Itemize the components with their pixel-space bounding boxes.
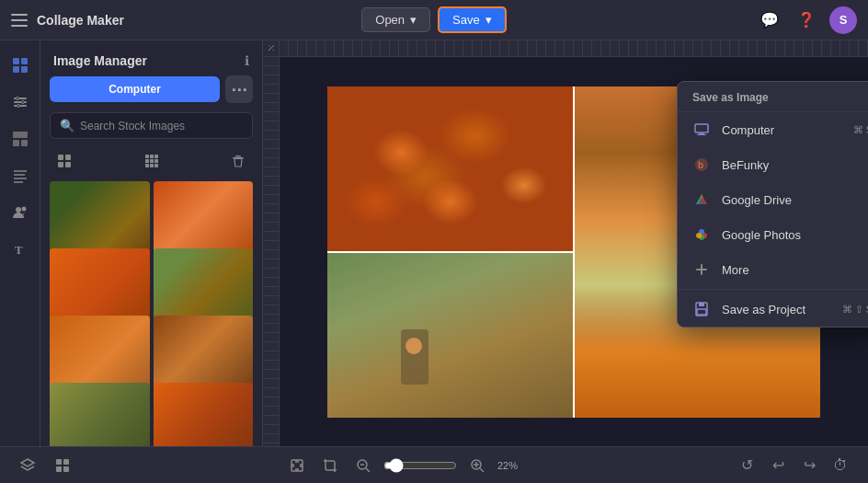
topbar-center: Open ▾ Save ▾ [361, 6, 506, 33]
info-icon[interactable]: ℹ [245, 53, 249, 68]
svg-rect-32 [154, 159, 158, 163]
bottom-right: ↺ ↩ ↪ ⏱ [734, 453, 853, 478]
svg-rect-29 [154, 155, 158, 158]
menu-icon[interactable] [11, 11, 29, 29]
svg-rect-62 [56, 466, 62, 472]
svg-text:b: b [698, 160, 703, 170]
refresh-icon[interactable]: ↺ [734, 453, 760, 478]
save-project-item[interactable]: Save as Project ⌘ ⇧ S [678, 292, 868, 327]
dropdown-header: Save as Image [678, 82, 868, 112]
more-tab[interactable]: ⋯ [225, 75, 253, 103]
svg-rect-25 [58, 162, 63, 167]
zoom-slider[interactable] [383, 458, 457, 473]
nav-type[interactable]: T [5, 234, 36, 265]
svg-line-67 [366, 468, 370, 472]
svg-rect-2 [13, 66, 19, 73]
save-project-icon [692, 300, 711, 318]
bottombar: 22% ↺ ↩ ↪ ⏱ [0, 446, 868, 483]
svg-rect-24 [65, 155, 71, 160]
svg-rect-31 [150, 159, 154, 163]
save-button[interactable]: Save ▾ [438, 6, 507, 33]
svg-line-58 [21, 466, 28, 470]
save-project-label: Save as Project [722, 303, 805, 316]
topbar-right: 💬 ❓ S [516, 6, 857, 34]
sidebar-header: Image Manager ℹ [40, 40, 262, 75]
bottom-center: 22% [284, 453, 525, 478]
search-bar: 🔍 [50, 112, 253, 139]
dropdown-divider [678, 289, 868, 290]
svg-rect-64 [291, 460, 303, 471]
topbar-left: Collage Maker [11, 11, 352, 29]
computer-icon [692, 121, 711, 139]
grid-icon[interactable] [50, 453, 75, 478]
svg-rect-61 [63, 459, 69, 465]
gphotos-icon [692, 225, 711, 244]
list-item[interactable] [154, 383, 254, 446]
svg-rect-13 [13, 132, 28, 138]
svg-rect-28 [150, 155, 154, 158]
ruler-horizontal-marks [280, 40, 868, 56]
zoom-in-icon[interactable] [464, 453, 490, 478]
svg-rect-60 [56, 459, 62, 465]
nav-text-icon[interactable] [5, 160, 36, 191]
nav-people[interactable] [5, 197, 36, 228]
grid-view-2-icon[interactable] [51, 148, 77, 174]
bottom-left [15, 453, 75, 478]
nav-layout[interactable] [5, 123, 36, 155]
help-icon-button[interactable]: ❓ [793, 6, 820, 34]
svg-text:T: T [15, 243, 23, 257]
search-icon: 🔍 [60, 119, 74, 132]
svg-rect-63 [63, 466, 69, 472]
avatar[interactable]: S [829, 6, 857, 34]
save-project-shortcut: ⌘ ⇧ S [842, 304, 868, 316]
svg-rect-27 [145, 155, 149, 158]
save-gdrive-item[interactable]: Google Drive [678, 182, 868, 217]
save-gphotos-item[interactable]: Google Photos [678, 217, 868, 252]
main-area: T Image Manager ℹ Computer ⋯ 🔍 [0, 40, 868, 446]
svg-rect-56 [697, 309, 706, 315]
svg-rect-35 [154, 164, 158, 167]
save-more-label: More [722, 263, 749, 277]
layers-icon[interactable] [15, 453, 40, 478]
canvas-image-1[interactable] [327, 86, 573, 251]
canvas-area: Save as Image Computer ⌘ S [263, 40, 868, 446]
computer-tab[interactable]: Computer [50, 76, 220, 102]
grid-view-4-icon[interactable] [139, 148, 165, 174]
search-input[interactable] [80, 120, 243, 132]
canvas-image-3[interactable] [327, 253, 573, 418]
sidebar-title: Image Manager [53, 53, 147, 68]
image-grid-controls [40, 148, 262, 181]
topbar: Collage Maker Open ▾ Save ▾ 💬 ❓ S [0, 0, 868, 40]
gdrive-icon [692, 190, 711, 209]
list-item[interactable] [50, 383, 150, 446]
zoom-percentage: 22% [497, 460, 525, 471]
svg-rect-37 [235, 155, 241, 157]
svg-point-21 [21, 207, 26, 212]
delete-icon[interactable] [225, 148, 251, 174]
zoom-out-icon[interactable] [350, 453, 376, 478]
nav-adjust[interactable] [5, 86, 36, 118]
save-dropdown-menu: Save as Image Computer ⌘ S [677, 81, 868, 328]
more-tab-label: ⋯ [231, 79, 247, 99]
fit-screen-icon[interactable] [284, 453, 310, 478]
save-computer-shortcut: ⌘ S [853, 124, 868, 136]
plus-icon [692, 260, 711, 279]
befunky-icon: b [692, 155, 711, 174]
crop-icon[interactable] [317, 453, 343, 478]
save-computer-item[interactable]: Computer ⌘ S [678, 112, 868, 147]
ruler-vertical [263, 57, 280, 446]
chat-icon-button[interactable]: 💬 [756, 6, 783, 34]
redo-icon[interactable]: ↪ [796, 453, 822, 478]
save-more-item[interactable]: More › [678, 252, 868, 287]
svg-rect-33 [145, 164, 149, 167]
open-button[interactable]: Open ▾ [361, 7, 430, 32]
svg-rect-3 [21, 66, 28, 73]
icon-nav: T [0, 40, 40, 446]
save-gdrive-label: Google Drive [722, 193, 792, 207]
save-befunky-item[interactable]: b BeFunky [678, 147, 868, 182]
svg-point-51 [696, 233, 702, 238]
ruler-corner [263, 40, 280, 57]
nav-images[interactable] [5, 50, 36, 81]
undo-icon[interactable]: ↩ [765, 453, 791, 478]
history-icon[interactable]: ⏱ [828, 453, 853, 478]
